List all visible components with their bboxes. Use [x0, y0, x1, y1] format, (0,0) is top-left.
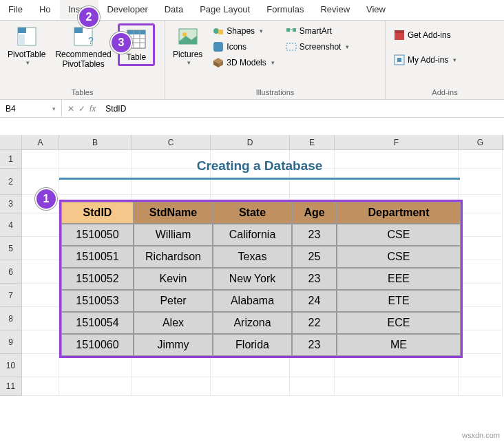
table-cell[interactable]: ETE [337, 290, 461, 312]
table-cell[interactable]: William [134, 224, 213, 246]
cell[interactable] [459, 260, 503, 284]
table-cell[interactable]: Peter [134, 290, 213, 312]
screenshot-button[interactable]: Screenshot [282, 39, 354, 54]
recommended-pivottables-button[interactable]: ? Recommended PivotTables [52, 23, 114, 72]
table-cell[interactable]: New York [213, 268, 292, 290]
cell[interactable] [335, 377, 459, 396]
col-header-b[interactable]: B [59, 135, 132, 149]
pictures-button[interactable]: Pictures [169, 23, 206, 69]
table-cell[interactable]: 23 [292, 334, 337, 356]
col-header-g[interactable]: G [459, 135, 503, 149]
my-addins-button[interactable]: My Add-ins [390, 52, 461, 67]
table-header-age[interactable]: Age [292, 202, 337, 224]
3dmodels-button[interactable]: 3D Models [209, 55, 278, 70]
tab-pagelayout[interactable]: Page Layout [191, 0, 258, 20]
table-cell[interactable]: 1510050 [61, 224, 134, 246]
table-cell[interactable]: 1510051 [61, 246, 134, 268]
row-header-11[interactable]: 11 [0, 377, 22, 396]
fx-enter-icon[interactable]: ✓ [78, 104, 85, 114]
row-header-5[interactable]: 5 [0, 237, 22, 260]
cell[interactable] [459, 354, 503, 377]
table-cell[interactable]: Jimmy [134, 334, 213, 356]
tab-home[interactable]: Ho [31, 0, 60, 20]
table-cell[interactable]: Alex [134, 312, 213, 334]
table-cell[interactable]: EEE [337, 268, 461, 290]
row-header-7[interactable]: 7 [0, 284, 22, 307]
cell[interactable] [459, 307, 503, 330]
table-cell[interactable]: 1510053 [61, 290, 134, 312]
cell[interactable] [459, 213, 503, 237]
cell[interactable] [132, 377, 211, 396]
cell[interactable] [459, 150, 503, 169]
table-cell[interactable]: CSE [337, 246, 461, 268]
cell[interactable] [211, 377, 290, 396]
table-cell[interactable]: Alabama [213, 290, 292, 312]
cell[interactable] [22, 213, 59, 237]
data-table[interactable]: StdIDStdNameStateAgeDepartment1510050Wil… [59, 200, 463, 358]
row-header-9[interactable]: 9 [0, 330, 22, 354]
table-cell[interactable]: 1510054 [61, 312, 134, 334]
fx-cancel-icon[interactable]: ✕ [67, 104, 74, 114]
table-header-state[interactable]: State [213, 202, 292, 224]
table-cell[interactable]: CSE [337, 224, 461, 246]
cell[interactable] [22, 260, 59, 284]
select-all-corner[interactable] [0, 135, 22, 149]
shapes-button[interactable]: Shapes [209, 23, 278, 39]
tab-data[interactable]: Data [156, 0, 191, 20]
table-cell[interactable]: Texas [213, 246, 292, 268]
table-cell[interactable]: California [213, 224, 292, 246]
row-header-10[interactable]: 10 [0, 354, 22, 377]
fx-icon[interactable]: fx [90, 104, 96, 114]
table-cell[interactable]: 22 [292, 312, 337, 334]
icons-button[interactable]: Icons [209, 39, 278, 54]
table-header-stdname[interactable]: StdName [134, 202, 213, 224]
formula-input[interactable]: StdID [101, 104, 504, 114]
table-cell[interactable]: 23 [292, 268, 337, 290]
table-cell[interactable]: 1510060 [61, 334, 134, 356]
table-header-stdid[interactable]: StdID [61, 202, 134, 224]
cell[interactable] [22, 284, 59, 307]
tab-developer[interactable]: Developer [98, 0, 156, 20]
row-header-8[interactable]: 8 [0, 307, 22, 330]
table-cell[interactable]: 23 [292, 224, 337, 246]
col-header-a[interactable]: A [22, 135, 59, 149]
cell[interactable] [459, 237, 503, 260]
tab-review[interactable]: Review [312, 0, 358, 20]
row-header-6[interactable]: 6 [0, 260, 22, 284]
tab-file[interactable]: File [0, 0, 31, 20]
cell[interactable] [459, 195, 503, 213]
table-header-department[interactable]: Department [337, 202, 461, 224]
col-header-c[interactable]: C [132, 135, 211, 149]
table-cell[interactable]: 25 [292, 246, 337, 268]
cell[interactable] [22, 307, 59, 330]
table-cell[interactable]: ECE [337, 312, 461, 334]
cell[interactable] [22, 330, 59, 354]
pivottable-button[interactable]: PivotTable [4, 23, 49, 69]
table-cell[interactable]: Richardson [134, 246, 213, 268]
table-cell[interactable]: Florida [213, 334, 292, 356]
cell[interactable] [459, 169, 503, 195]
cell[interactable] [22, 354, 59, 377]
row-header-3[interactable]: 3 [0, 195, 22, 213]
cell[interactable] [290, 377, 335, 396]
table-cell[interactable]: Arizona [213, 312, 292, 334]
table-cell[interactable]: ME [337, 334, 461, 356]
col-header-e[interactable]: E [290, 135, 335, 149]
cell[interactable] [22, 237, 59, 260]
name-box[interactable]: B4▾ [0, 100, 62, 117]
smartart-button[interactable]: SmartArt [282, 23, 354, 39]
cell[interactable] [22, 150, 59, 169]
col-header-f[interactable]: F [335, 135, 459, 149]
row-header-1[interactable]: 1 [0, 150, 22, 169]
table-cell[interactable]: Kevin [134, 268, 213, 290]
cell[interactable] [459, 377, 503, 396]
get-addins-button[interactable]: Get Add-ins [390, 28, 461, 43]
cell[interactable] [22, 377, 59, 396]
row-header-2[interactable]: 2 [0, 169, 22, 195]
cell[interactable] [459, 284, 503, 307]
col-header-d[interactable]: D [211, 135, 290, 149]
cell[interactable] [59, 377, 132, 396]
row-header-4[interactable]: 4 [0, 213, 22, 237]
cell[interactable] [459, 330, 503, 354]
tab-formulas[interactable]: Formulas [258, 0, 312, 20]
